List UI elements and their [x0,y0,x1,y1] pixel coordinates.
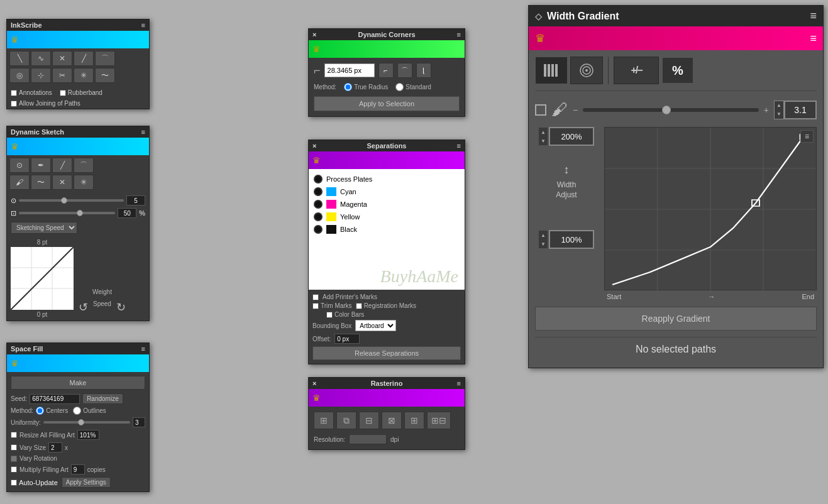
resize-input[interactable] [77,430,99,440]
auto-update-cb[interactable] [11,479,17,486]
seed-input[interactable] [30,394,80,404]
multiply-cb[interactable] [11,466,17,473]
inkscribe-menu[interactable]: ≡ [141,21,145,29]
tool-circle-s[interactable]: ◎ [9,68,30,83]
percent-icon-btn[interactable]: % [661,57,694,84]
bars-icon-btn[interactable] [535,57,568,84]
tool-pen[interactable]: ╲ [9,51,30,66]
corners-header[interactable]: × Dynamic Corners ≡ [309,29,465,40]
offset-input[interactable] [334,334,360,344]
uniformity-input[interactable] [133,417,145,427]
trim-marks-check[interactable]: Trim Marks [312,302,352,309]
auto-update-check[interactable]: Auto-Update [11,477,58,488]
resize-cb[interactable] [11,432,17,438]
plusminus-icon-btn[interactable]: +/− [614,57,659,84]
randomize-btn[interactable]: Randomize [82,393,123,404]
true-radius-input[interactable] [344,83,352,91]
pct200-spinner[interactable]: ▲ ▼ [539,128,548,145]
sketching-speed-select[interactable]: Sketching Speed [11,222,77,234]
size-input[interactable] [126,195,145,205]
corner-style-3[interactable]: ⌊ [416,63,431,78]
separations-close[interactable]: × [312,142,316,150]
spinner-up[interactable]: ▲ [775,101,783,110]
bbox-select[interactable]: Artboard [355,320,396,331]
uniformity-slider[interactable] [43,421,130,424]
sketch-cross2[interactable]: ✕ [52,175,72,190]
vary-size-cb[interactable] [11,444,17,451]
rast-tool-3[interactable]: ⊟ [359,412,379,429]
pct100-input[interactable] [549,230,594,249]
sketch-star2[interactable]: ✳ [74,175,94,190]
pct200-down[interactable]: ▼ [539,136,548,145]
standard-radio[interactable]: Standard [395,83,431,91]
registration-cb[interactable] [356,303,362,309]
add-printers-cb[interactable] [312,294,319,300]
chart-dropdown-btn[interactable]: ≡ [800,130,814,143]
spinner-down[interactable]: ▼ [775,110,783,119]
corners-menu[interactable]: ≡ [457,31,461,38]
sketch-target[interactable]: ⊙ [9,158,30,173]
apply-to-selection-btn[interactable]: Apply to Selection [314,96,460,111]
tool-node[interactable]: ⊹ [31,68,51,83]
tool-curve[interactable]: ∿ [31,51,51,66]
release-btn[interactable]: Release Separations [312,346,461,360]
gradient-slider[interactable] [583,108,759,112]
sketch-arc[interactable]: ⌒ [74,158,94,173]
tool-wave[interactable]: 〜 [95,68,115,83]
rubberband-check[interactable]: Rubberband [60,89,102,96]
vary-size-input[interactable] [48,442,62,452]
outlines-radio-input[interactable] [73,407,81,415]
corner-style-1[interactable]: ⌐ [378,63,394,78]
rasterino-menu[interactable]: ≡ [457,380,461,387]
tool-line[interactable]: ╱ [74,51,94,66]
corners-px-input[interactable] [324,63,375,77]
redo-arrow[interactable]: ↻ [116,300,126,314]
allow-join-cb[interactable] [11,101,17,107]
sketch-brush[interactable]: 🖌 [9,175,30,190]
pct200-input[interactable] [549,127,594,146]
target-icon-btn[interactable] [570,57,603,84]
pct100-up[interactable]: ▲ [539,231,548,239]
outlines-radio[interactable]: Outlines [73,407,106,415]
multiply-input[interactable] [71,464,85,474]
allow-join-check[interactable]: Allow Joining of Paths [11,100,80,107]
sketch-pen[interactable]: ✒ [31,158,51,173]
pct100-spinner[interactable]: ▲ ▼ [539,231,548,248]
true-radius-radio[interactable]: True Radius [344,83,388,91]
rast-tool-5[interactable]: ⊞ [404,412,424,429]
corners-close[interactable]: × [312,31,316,38]
sketch-header[interactable]: Dynamic Sketch ≡ [7,126,149,138]
size-slider[interactable] [19,199,124,202]
tool-star[interactable]: ✳ [74,68,94,83]
make-button[interactable]: Make [11,376,145,390]
inkscribe-header[interactable]: InkScribe ≡ [7,19,149,31]
apply-settings-btn[interactable]: Apply Settings [62,477,111,488]
annotations-check[interactable]: Annotations [11,89,52,96]
gvalue-spinner[interactable]: ▲ ▼ [774,101,784,119]
spacefill-menu[interactable]: ≡ [141,345,145,353]
gradient-brand-menu[interactable]: ≡ [810,32,817,45]
gradient-value-input[interactable] [784,101,817,119]
rast-tool-2[interactable]: ⧉ [336,412,356,429]
rast-tool-grid[interactable]: ⊞⊟ [427,412,451,429]
annotations-cb[interactable] [11,90,17,96]
separations-header[interactable]: × Separations ≡ [309,140,465,151]
tool-cross[interactable]: ✕ [52,51,72,66]
rubberband-cb[interactable] [60,90,66,96]
vary-rotation-cb[interactable] [11,456,17,462]
gradient-enable-cb[interactable] [535,104,546,116]
pct100-down[interactable]: ▼ [539,239,548,248]
reapply-gradient-btn[interactable]: Reapply Gradient [535,307,817,331]
size2-slider[interactable] [19,212,115,214]
undo-arrow[interactable]: ↺ [79,300,88,314]
corner-style-2[interactable]: ⌒ [397,63,412,78]
gradient-menu[interactable]: ≡ [810,9,817,23]
rast-tool-1[interactable]: ⊞ [314,412,334,429]
sketch-line[interactable]: ╱ [52,158,72,173]
gradient-chart[interactable]: ≡ [604,127,817,290]
tool-path[interactable]: ⌒ [95,51,115,66]
color-bars-check[interactable]: Color Bars [326,311,364,318]
centers-radio-input[interactable] [36,407,44,415]
separations-menu[interactable]: ≡ [457,142,461,150]
sketch-wave[interactable]: 〜 [31,175,51,190]
